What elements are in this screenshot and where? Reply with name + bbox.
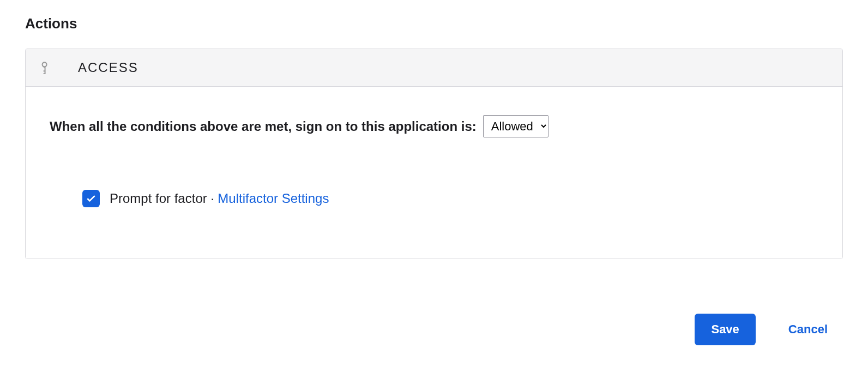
section-title: Actions xyxy=(25,15,843,32)
key-icon xyxy=(39,61,52,74)
factor-text-group: Prompt for factor · Multifactor Settings xyxy=(110,191,329,206)
cancel-button[interactable]: Cancel xyxy=(788,322,828,337)
condition-label: When all the conditions above are met, s… xyxy=(50,119,477,134)
condition-row: When all the conditions above are met, s… xyxy=(50,115,818,137)
access-select[interactable]: Allowed xyxy=(483,115,548,137)
prompt-factor-label: Prompt for factor xyxy=(110,191,207,206)
check-icon xyxy=(86,193,97,204)
panel-header-title: ACCESS xyxy=(78,60,138,75)
prompt-factor-checkbox[interactable] xyxy=(82,190,100,207)
separator: · xyxy=(210,191,214,206)
save-button[interactable]: Save xyxy=(695,314,755,345)
panel-header: ACCESS xyxy=(26,49,842,87)
access-panel: ACCESS When all the conditions above are… xyxy=(25,49,843,259)
panel-body: When all the conditions above are met, s… xyxy=(26,87,842,259)
factor-row: Prompt for factor · Multifactor Settings xyxy=(82,190,818,207)
multifactor-settings-link[interactable]: Multifactor Settings xyxy=(218,191,329,206)
button-row: Save Cancel xyxy=(25,314,843,345)
